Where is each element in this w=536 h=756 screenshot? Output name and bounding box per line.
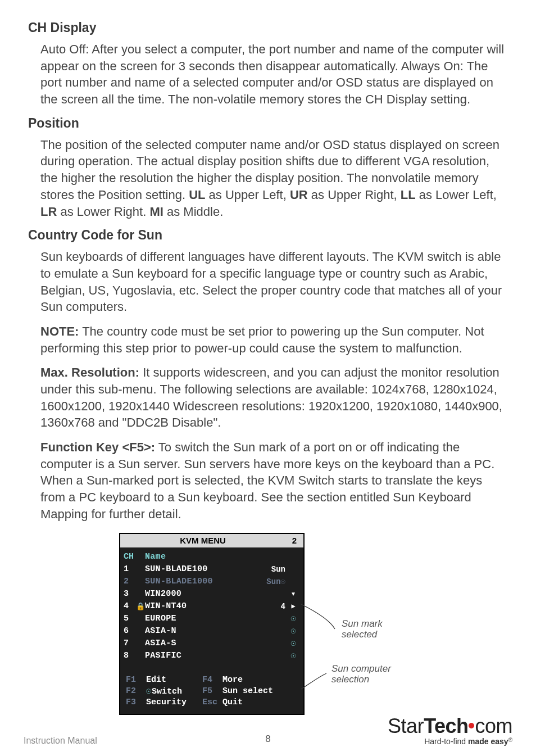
kvm-row: 2SUN-BLADE1000Sun☉ xyxy=(120,576,303,588)
kvm-header-name: Name xyxy=(145,552,252,562)
kvm-row: 3WIN2000▾ xyxy=(120,588,303,600)
kvm-row-mark-icon: ▾ xyxy=(288,588,299,599)
kvm-row-mark-icon: ▶ xyxy=(288,602,299,610)
fkey-f2: F2 xyxy=(126,686,140,696)
fkey-f4: F4 xyxy=(202,675,217,685)
fkey-f3: F3 xyxy=(126,698,140,707)
kvm-row-name: SUN-BLADE1000 xyxy=(145,577,252,586)
kvm-row: 1SUN-BLADE100Sun xyxy=(120,563,303,576)
kvm-row-ch: 4 xyxy=(124,601,136,611)
text-country-note: NOTE: The country code must be set prior… xyxy=(40,323,508,356)
kvm-row-name: ASIA-S xyxy=(145,639,252,648)
text-max-resolution: Max. Resolution: It supports widescreen,… xyxy=(40,364,508,431)
kvm-row-name: EUROPE xyxy=(145,614,252,623)
kvm-row-tag: Sun xyxy=(252,565,288,574)
kvm-row-ch: 7 xyxy=(124,639,136,648)
fkey-f2-label: ☉Switch xyxy=(146,686,197,696)
fkey-esc: Esc xyxy=(202,698,217,707)
fkey-f4-label: More xyxy=(222,675,298,685)
kvm-row-ch: 6 xyxy=(124,626,136,636)
kvm-row-ch: 2 xyxy=(124,577,136,586)
kvm-row-name: WIN2000 xyxy=(145,589,252,599)
text-country-code: Sun keyboards of different languages hav… xyxy=(40,248,508,315)
heading-country-code: Country Code for Sun xyxy=(28,228,508,243)
kvm-row-name: WIN-NT40 xyxy=(145,601,252,611)
lock-icon: 🔒 xyxy=(136,602,145,611)
brand-tagline: Hard-to-find made easy® xyxy=(388,737,512,746)
kvm-row-ch: 3 xyxy=(124,589,136,599)
heading-ch-display: CH Display xyxy=(28,20,508,35)
fkey-f1: F1 xyxy=(126,675,140,685)
text-function-f5: Function Key <F5>: To switch the Sun mar… xyxy=(40,439,508,522)
kvm-row-ch: 1 xyxy=(124,564,136,574)
kvm-row: 7ASIA-S☉ xyxy=(120,637,303,650)
fkey-f5-label: Sun select xyxy=(222,686,298,696)
annotation-line-sun-selection xyxy=(301,673,335,696)
kvm-row: 4🔒WIN-NT404▶ xyxy=(120,600,303,613)
kvm-row: 8PASIFIC☉ xyxy=(120,650,303,662)
text-position: The position of the selected computer na… xyxy=(40,137,508,220)
brand-dot-icon xyxy=(469,723,474,728)
kvm-title-number: 2 xyxy=(285,536,303,545)
fkey-f5: F5 xyxy=(202,686,217,696)
brand-name: StarTechcom xyxy=(388,714,512,738)
kvm-row-mark-icon: ☉ xyxy=(288,613,299,624)
fkey-f3-label: Security xyxy=(146,698,197,707)
footer-page-number: 8 xyxy=(265,734,270,745)
kvm-row-mark-icon: ☉ xyxy=(288,638,299,649)
footer-logo: StarTechcom Hard-to-find made easy® xyxy=(388,714,512,746)
annotation-sun-mark: Sun mark selected xyxy=(342,618,417,640)
kvm-header-row: CH Name xyxy=(120,551,303,563)
kvm-row-name: PASIFIC xyxy=(145,651,252,660)
kvm-fkeys: F1 Edit F4 More F2 ☉Switch F5 Sun select… xyxy=(120,672,303,714)
kvm-row-tag: 4 xyxy=(252,602,288,611)
annotation-line-sun-mark xyxy=(301,604,340,644)
kvm-titlebar: KVM MENU 2 xyxy=(120,534,303,547)
kvm-header-ch: CH xyxy=(124,552,136,562)
kvm-row-mark-icon: ☉ xyxy=(288,626,299,636)
kvm-row: 6ASIA-N☉ xyxy=(120,625,303,637)
annotation-sun-selection: Sun computer selection xyxy=(331,663,417,685)
kvm-row-mark-icon: ☉ xyxy=(288,650,299,661)
footer-instruction-manual: Instruction Manual xyxy=(24,736,97,746)
kvm-row-tag: Sun☉ xyxy=(252,577,288,586)
kvm-menu-panel: KVM MENU 2 CH Name 1SUN-BLADE100Sun2SUN-… xyxy=(119,533,305,715)
text-ch-display: Auto Off: After you select a computer, t… xyxy=(40,41,508,108)
kvm-title: KVM MENU xyxy=(120,536,285,545)
kvm-row-ch: 5 xyxy=(124,614,136,623)
fkey-esc-label: Quit xyxy=(222,698,298,707)
fkey-f1-label: Edit xyxy=(146,675,197,685)
kvm-row-name: ASIA-N xyxy=(145,626,252,636)
kvm-row-ch: 8 xyxy=(124,651,136,660)
heading-position: Position xyxy=(28,116,508,131)
kvm-row: 5EUROPE☉ xyxy=(120,613,303,625)
kvm-row-name: SUN-BLADE100 xyxy=(145,564,252,574)
